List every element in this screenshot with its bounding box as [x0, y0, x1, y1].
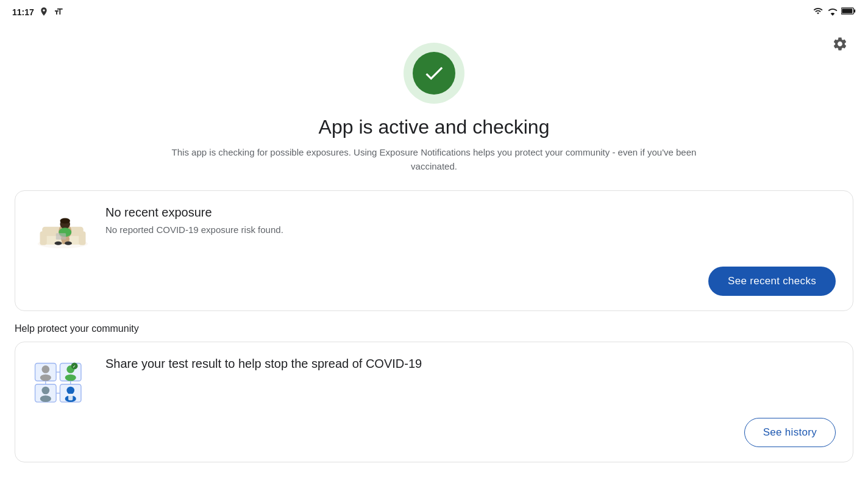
person-illustration — [32, 206, 93, 254]
status-bar: 11:17 — [0, 0, 868, 24]
community-section-label: Help protect your community — [15, 323, 853, 334]
status-icon-outer — [404, 43, 464, 104]
svg-point-27 — [41, 387, 49, 395]
svg-point-29 — [66, 387, 74, 395]
svg-point-22 — [40, 375, 51, 381]
hero-subtitle: This app is checking for possible exposu… — [160, 146, 708, 173]
svg-point-28 — [40, 395, 51, 402]
exposure-card-action: See recent checks — [32, 267, 836, 296]
svg-point-14 — [55, 242, 62, 245]
community-card-text: Share your test result to help stop the … — [105, 357, 422, 376]
status-left: 11:17 — [12, 7, 63, 18]
svg-point-10 — [60, 218, 71, 224]
exposure-card-text: No recent exposure No reported COVID-19 … — [105, 206, 283, 235]
svg-text:✓: ✓ — [73, 364, 76, 368]
community-svg: ✓ — [32, 357, 93, 406]
font-icon — [54, 7, 63, 18]
svg-rect-31 — [68, 393, 73, 400]
status-right — [812, 6, 856, 18]
settings-gear-icon — [832, 36, 848, 52]
svg-rect-2 — [842, 9, 852, 13]
community-card-top: ✓ Share your test result t — [32, 357, 836, 406]
checkmark-icon — [422, 62, 446, 85]
hero-section: App is active and checking This app is c… — [160, 43, 708, 173]
person-couch-svg — [35, 206, 90, 254]
svg-point-15 — [65, 242, 72, 245]
see-recent-checks-button[interactable]: See recent checks — [708, 267, 836, 296]
svg-point-21 — [41, 365, 49, 373]
svg-rect-16 — [56, 233, 66, 240]
main-content: App is active and checking This app is c… — [0, 24, 868, 487]
status-time: 11:17 — [12, 7, 34, 17]
wifi-icon — [812, 6, 824, 18]
community-card-heading: Share your test result to help stop the … — [105, 357, 422, 371]
exposure-card: No recent exposure No reported COVID-19 … — [15, 190, 853, 311]
nav-icon — [39, 7, 49, 18]
community-card-action: See history — [32, 418, 836, 447]
community-card: ✓ Share your test result t — [15, 342, 853, 462]
hero-title: App is active and checking — [319, 116, 550, 138]
community-illustration: ✓ — [32, 357, 93, 406]
status-icon-inner — [413, 52, 455, 95]
svg-rect-1 — [854, 9, 855, 12]
signal-icon — [828, 7, 838, 18]
see-history-button[interactable]: See history — [744, 418, 836, 447]
svg-point-24 — [65, 375, 76, 381]
battery-icon — [841, 7, 856, 18]
exposure-card-top: No recent exposure No reported COVID-19 … — [32, 206, 836, 254]
exposure-card-body: No reported COVID-19 exposure risk found… — [105, 224, 283, 235]
settings-button[interactable] — [827, 30, 853, 57]
exposure-card-heading: No recent exposure — [105, 206, 283, 220]
